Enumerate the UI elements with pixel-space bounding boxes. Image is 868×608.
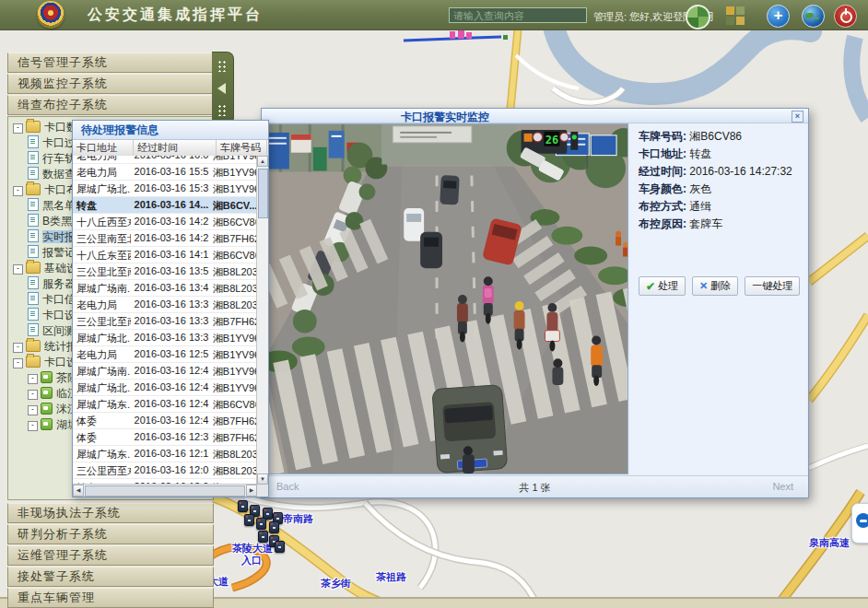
scroll-up-icon[interactable]: ▲ [257, 156, 268, 167]
tree-expander-icon[interactable]: - [28, 405, 38, 415]
action-button-label: 一键处理 [752, 279, 792, 293]
tree-item-label: 卡口过 [42, 136, 76, 149]
table-cell: 转盘 [73, 197, 131, 213]
camera-marker[interactable] [238, 500, 248, 512]
table-cell: 犀城广场东... [73, 446, 131, 462]
detail-label: 车牌号码: [639, 130, 686, 143]
table-row[interactable]: 体委2016-03-16 12:4...湘B7FH62 [73, 413, 257, 429]
sidebar-bottom-menus: 非现场执法子系统研判分析子系统运维管理子系统接处警子系统重点车辆管理 [7, 503, 214, 608]
table-row[interactable]: 十八丘东至西2016-03-16 14:1...湘B6CV86 [73, 247, 257, 263]
table-row[interactable]: 犀城广场东...2016-03-16 12:4...湘B6CV86 [73, 396, 257, 413]
table-cell: 2016-03-16 12:4... [131, 380, 209, 395]
close-icon[interactable]: × [792, 111, 803, 123]
tree-expander-icon[interactable]: - [13, 264, 23, 275]
tree-expander-icon[interactable]: - [13, 186, 23, 196]
add-icon[interactable]: + [767, 5, 790, 28]
camera-marker[interactable] [258, 531, 268, 543]
table-row[interactable]: 犀城广场南...2016-03-16 12:4...湘B1YV96 [73, 363, 257, 380]
sidebar-menu-item[interactable]: 缉查布控子系统 [7, 95, 214, 115]
table-cell: 犀城广场北... [73, 330, 131, 345]
table-row[interactable]: 老电力局2016-03-16 16:0...湘B1YV96 [73, 156, 257, 164]
table-row[interactable]: 转盘2016-03-16 14...湘B6CV... [73, 197, 257, 214]
table-row[interactable]: 老电力局2016-03-16 15:5...湘B1YV96 [73, 164, 257, 181]
action-button[interactable]: ✕删除 [692, 276, 738, 296]
scroll-thumb[interactable] [258, 169, 268, 218]
table-row[interactable]: 老电力局2016-03-16 13:3...湘B8L203 [73, 297, 257, 313]
camera-marker[interactable] [269, 521, 279, 533]
detail-value: 通缉 [686, 200, 711, 213]
scroll-left-icon[interactable]: ◀ [73, 485, 84, 497]
detail-value: 灰色 [686, 182, 711, 195]
table-cell: 2016-03-16 15:5... [131, 164, 209, 180]
table-cell: 湘B6CV86 [209, 396, 257, 412]
column-header[interactable]: 车牌号码 [217, 140, 267, 156]
table-row[interactable]: 老电力局2016-03-16 12:5...湘B1YV96 [73, 346, 257, 363]
sidebar-collapse-tab[interactable] [212, 52, 234, 125]
table-cell: 三公里南至北 [73, 230, 131, 246]
tree-expander-icon[interactable]: - [28, 390, 38, 400]
tree-expander-icon[interactable]: - [13, 343, 23, 353]
table-row[interactable]: 三公里南至北2016-03-16 14:2...湘B7FH62 [73, 230, 257, 247]
power-logout-icon[interactable] [834, 5, 857, 28]
table-cell: 2016-03-16 14:1... [131, 247, 209, 263]
table-cell: 湘B8L203 [209, 297, 257, 312]
tree-expander-icon[interactable]: - [28, 421, 38, 431]
sidebar-menu-item[interactable]: 运维管理子系统 [7, 545, 214, 566]
grid-apps-icon[interactable] [726, 6, 745, 25]
sidebar-menu-item[interactable]: 非现场执法子系统 [7, 503, 214, 523]
table-row[interactable]: 犀城广场北...2016-03-16 13:3...湘B1YV96 [73, 330, 257, 346]
action-button[interactable]: 一键处理 [745, 276, 800, 296]
detail-row: 经过时间: 2016-03-16 14:27:32 [639, 166, 806, 178]
camera-marker[interactable] [244, 514, 254, 526]
detail-row: 卡口地址: 转盘 [639, 148, 806, 160]
detail-value: 2016-03-16 14:27:32 [686, 165, 792, 178]
page-icon [28, 276, 39, 289]
table-row[interactable]: 犀城广场北...2016-03-16 15:3...湘B1YV96 [73, 181, 257, 197]
sidebar-menu-item[interactable]: 接处警子系统 [7, 567, 214, 587]
table-cell: 三公里北至南 [73, 313, 131, 329]
sidebar-menu-item[interactable]: 视频监控子系统 [7, 74, 214, 94]
page-icon [28, 323, 39, 336]
alarm-monitor-dialog: 卡口报警实时监控 × [261, 108, 809, 498]
table-row[interactable]: 三公里北至南2016-03-16 13:5...湘B8L203 [73, 263, 257, 280]
pending-alarms-panel: 待处理报警信息 卡口地址经过时间车牌号码 老电力局2016-03-16 16:0… [72, 120, 269, 497]
table-cell: 2016-03-16 12:3... [131, 429, 209, 445]
action-button[interactable]: ✔处理 [639, 276, 686, 296]
tree-expander-icon[interactable]: - [13, 123, 23, 134]
tree-expander-icon[interactable]: - [28, 374, 38, 384]
table-cell: 老电力局 [73, 346, 131, 362]
detail-row: 车牌号码: 湘B6CV86 [639, 131, 806, 143]
table-cell: 2016-03-16 13:3... [131, 313, 209, 329]
table-row[interactable]: 犀城广场南...2016-03-16 13:4...湘B8L203 [73, 280, 257, 297]
scrollbar-corner [257, 485, 268, 497]
scroll-right-icon[interactable]: ▶ [246, 485, 257, 497]
sidebar-menu-item[interactable]: 重点车辆管理 [7, 588, 214, 608]
tree-item-label: 实时报 [42, 230, 76, 243]
next-button[interactable]: Next [772, 481, 793, 492]
table-cell: 2016-03-16 12:5... [131, 346, 209, 362]
remote-app-icon[interactable] [851, 503, 868, 544]
table-row[interactable]: 犀城广场北...2016-03-16 12:4...湘B1YV96 [73, 380, 257, 396]
vertical-scrollbar[interactable]: ▲ ▼ [256, 156, 268, 485]
camera-marker[interactable] [256, 518, 266, 530]
sidebar-menu-item[interactable]: 信号管理子系统 [7, 53, 214, 73]
eco-globe-icon[interactable] [686, 5, 710, 29]
search-input[interactable] [449, 7, 587, 23]
folder-icon [26, 183, 41, 195]
tree-expander-icon[interactable]: - [13, 358, 23, 368]
horizontal-scrollbar[interactable]: ◀ ▶ [73, 484, 257, 497]
table-row[interactable]: 犀城广场东...2016-03-16 12:1...湘B8L203 [73, 446, 257, 462]
map-road-label: 茶乡街 [321, 577, 351, 590]
scroll-thumb[interactable] [85, 485, 245, 497]
column-header[interactable]: 经过时间 [134, 140, 217, 156]
sidebar-menu-item[interactable]: 研判分析子系统 [7, 524, 214, 544]
table-row[interactable]: 十八丘西至东2016-03-16 14:2...湘B6CV86 [73, 214, 257, 230]
scroll-down-icon[interactable]: ▼ [257, 474, 268, 485]
table-row[interactable]: 体委2016-03-16 12:3...湘B7FH62 [73, 429, 257, 446]
table-cell: 湘B1YV96 [209, 346, 257, 362]
column-header[interactable]: 卡口地址 [73, 140, 134, 156]
earth-globe-icon[interactable] [802, 5, 825, 28]
table-row[interactable]: 三公里西至东2016-03-16 12:0...湘B8L203 [73, 462, 257, 479]
table-row[interactable]: 三公里北至南2016-03-16 13:3...湘B7FH62 [73, 313, 257, 330]
camera-marker[interactable] [275, 541, 285, 553]
